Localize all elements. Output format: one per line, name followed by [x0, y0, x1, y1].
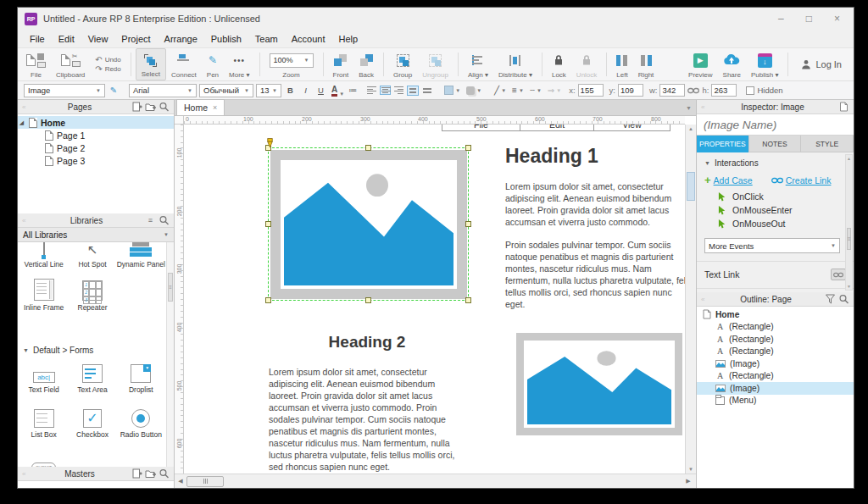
group-button[interactable]: Group	[388, 48, 417, 80]
publish-button[interactable]: ↓ Publish ▾	[746, 48, 783, 80]
selection-handle[interactable]	[365, 145, 371, 151]
minimize-button[interactable]: –	[778, 13, 784, 25]
outline-item-image[interactable]: (Image)	[697, 357, 854, 370]
text-link-button[interactable]	[831, 269, 846, 280]
selection-handle[interactable]	[365, 297, 371, 303]
outline-item-rectangle[interactable]: A (Rectangle)	[697, 321, 854, 334]
libraries-scrollbar[interactable]: ≡	[166, 242, 174, 467]
align-right-edge-button[interactable]: Right	[633, 48, 659, 80]
image-widget-2[interactable]	[516, 333, 682, 435]
italic-button[interactable]: I	[299, 84, 312, 97]
scroll-right-icon[interactable]: ▶	[682, 478, 694, 485]
add-case-link[interactable]: Add Case	[714, 175, 753, 186]
heading1-widget[interactable]: Heading 1	[505, 145, 598, 168]
preview-button[interactable]: ▶ Preview	[683, 48, 717, 80]
menu-project[interactable]: Project	[114, 32, 157, 46]
widget-checkbox[interactable]: ✓ Checkbox	[68, 401, 116, 439]
line-style-dropdown[interactable]: ┄▼	[528, 86, 543, 95]
page-notes-icon[interactable]	[838, 102, 849, 112]
h-input[interactable]	[711, 84, 737, 97]
widget-text-area[interactable]: Text Area	[68, 356, 116, 394]
font-family-dropdown[interactable]: Arial▼	[129, 84, 197, 97]
add-page-icon[interactable]	[131, 102, 142, 112]
selection-handle[interactable]	[265, 221, 271, 227]
widget-radio-button[interactable]: Radio Button	[117, 401, 165, 439]
x-input[interactable]	[578, 84, 604, 97]
scroll-up-icon[interactable]: ▲	[686, 126, 696, 131]
login-button[interactable]: Log In	[793, 48, 850, 80]
collapse-panel-icon[interactable]: «	[22, 217, 31, 224]
image-widget-selected[interactable]	[270, 150, 467, 299]
line-color-dropdown[interactable]: ╱▼	[492, 86, 508, 95]
search-icon[interactable]	[159, 102, 170, 112]
tab-style[interactable]: STYLE	[801, 136, 854, 152]
menu-publish[interactable]: Publish	[204, 32, 248, 46]
library-filter-dropdown[interactable]: All Libraries ▼	[18, 228, 174, 242]
heading2-widget[interactable]: Heading 2	[269, 333, 465, 352]
search-icon[interactable]	[159, 215, 170, 225]
outline-item-menu[interactable]: (Menu)	[697, 395, 854, 407]
page-item-1[interactable]: Page 1	[18, 129, 174, 141]
search-icon[interactable]	[159, 468, 170, 479]
pen-tool-button[interactable]: ✎ Pen	[202, 48, 224, 80]
widget-text-field[interactable]: abc| Text Field	[19, 356, 68, 394]
widget-droplist[interactable]: ▼ Droplist	[117, 356, 165, 394]
scroll-down-icon[interactable]: ▼	[846, 284, 852, 289]
widget-name-input[interactable]	[697, 119, 854, 131]
scrollbar-thumb[interactable]	[186, 476, 224, 487]
paragraph-widget-1[interactable]: Lorem ipsum dolor sit amet, consectetur …	[505, 180, 685, 310]
bullet-list-icon[interactable]: ≔	[348, 86, 357, 95]
constrain-proportions-icon[interactable]	[687, 87, 699, 94]
align-text-middle-button[interactable]	[421, 86, 433, 96]
close-button[interactable]: ×	[834, 13, 840, 25]
filter-funnel-icon[interactable]	[825, 294, 836, 304]
widget-repeater[interactable]: 1 2 3 Repeater	[68, 274, 116, 312]
forms-section-header[interactable]: ▼ Default > Forms	[23, 346, 93, 355]
menu-view[interactable]: View	[81, 32, 115, 46]
connect-tool-button[interactable]: Connect	[166, 48, 202, 80]
page-item-3[interactable]: Page 3	[18, 154, 174, 167]
font-color-dropdown[interactable]: A▼	[330, 85, 346, 97]
align-text-center-button[interactable]	[380, 86, 391, 95]
menu-account[interactable]: Account	[285, 32, 332, 46]
line-width-dropdown[interactable]: ≡▼	[510, 86, 526, 95]
scroll-up-icon[interactable]: ▲	[846, 156, 852, 161]
menu-widget[interactable]: File Edit View	[442, 125, 670, 131]
add-page-icon[interactable]	[131, 468, 142, 479]
tab-notes[interactable]: NOTES	[749, 136, 802, 152]
outline-item-rectangle[interactable]: A (Rectangle)	[697, 346, 854, 358]
design-page[interactable]: File Edit View	[184, 125, 685, 474]
selection-handle[interactable]	[465, 297, 471, 303]
scroll-left-icon[interactable]: ◀	[175, 478, 186, 485]
widget-vertical-line[interactable]: Vertical Line	[19, 242, 68, 269]
y-input[interactable]	[618, 84, 643, 97]
interactions-section-header[interactable]: ▼ Interactions	[704, 158, 846, 168]
collapse-panel-icon[interactable]: «	[701, 103, 709, 111]
clipboard-toolbar-group[interactable]: ✂ Clipboard	[51, 48, 90, 80]
search-icon[interactable]	[838, 294, 849, 304]
scrollbar-thumb[interactable]	[687, 172, 695, 201]
add-folder-icon[interactable]	[145, 102, 156, 112]
canvas-viewport[interactable]: 0 100 200 300 400 500 600 700 800 100 20…	[175, 116, 696, 488]
shadow-dropdown[interactable]: ▼	[465, 86, 483, 95]
widget-dynamic-panel[interactable]: Dynamic Panel	[117, 242, 165, 269]
align-button[interactable]: Align ▾	[463, 48, 493, 80]
scroll-down-icon[interactable]: ▼	[686, 467, 696, 472]
collapse-panel-icon[interactable]: «	[22, 103, 31, 111]
canvas-vertical-scrollbar[interactable]: ▲ ▼	[685, 125, 696, 474]
hidden-checkbox[interactable]	[746, 86, 754, 95]
select-tool-button[interactable]: Select	[136, 48, 166, 80]
properties-scrollbar[interactable]: ▲ ≡ ▼	[845, 154, 853, 291]
menu-edit[interactable]: Edit	[52, 32, 81, 46]
maximize-button[interactable]: □	[806, 13, 812, 25]
page-item-home[interactable]: ◢ Home	[18, 116, 174, 129]
menu-file[interactable]: File	[23, 32, 52, 46]
zoom-dropdown[interactable]: 100% ▼	[270, 53, 314, 68]
menu-help[interactable]: Help	[331, 32, 364, 46]
redo-button[interactable]: ↷ Redo	[95, 65, 121, 73]
hamburger-menu-icon[interactable]: ≡	[145, 216, 156, 224]
align-left-edge-button[interactable]: Left	[611, 48, 632, 80]
close-tab-icon[interactable]: ×	[213, 103, 217, 112]
menu-team[interactable]: Team	[248, 32, 285, 46]
widget-html-button[interactable]: SUBMIT	[19, 446, 68, 467]
